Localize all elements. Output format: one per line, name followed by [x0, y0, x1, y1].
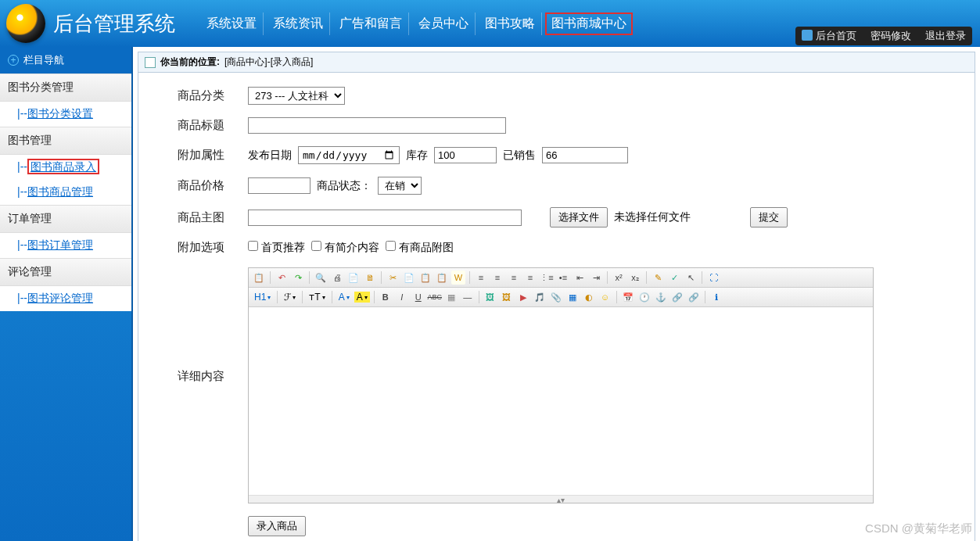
editor-body[interactable]	[249, 307, 873, 495]
heading-select[interactable]: H1 ▾	[252, 292, 273, 303]
strike-icon[interactable]: ABC	[428, 290, 442, 304]
font-size-select[interactable]: ᴛT ▾	[307, 292, 327, 303]
cursor-icon[interactable]: ↖	[684, 270, 698, 285]
checkbox-homepage[interactable]: 首页推荐	[248, 241, 305, 255]
sidebar-item[interactable]: |--图书商品录入	[0, 155, 131, 180]
undo-icon[interactable]: ↶	[275, 270, 289, 285]
label-sold: 已销售	[503, 149, 536, 163]
nav-2[interactable]: 广告和留言	[333, 13, 409, 35]
font-family-select[interactable]: ℱ ▾	[282, 292, 298, 303]
outdent-icon[interactable]: ⇤	[573, 270, 587, 285]
page-icon[interactable]: 🗎	[363, 270, 377, 285]
mainimg-input[interactable]	[248, 210, 522, 226]
bg-color-select[interactable]: A ▾	[354, 292, 370, 303]
clear-format-icon[interactable]: ✎	[651, 270, 665, 285]
link-icon[interactable]: 🔗	[670, 290, 684, 304]
about-icon[interactable]: ℹ	[709, 290, 723, 304]
table-icon[interactable]: ▦	[444, 290, 458, 304]
emoji-icon[interactable]: ☺	[598, 290, 612, 304]
font-color-select[interactable]: A ▾	[336, 292, 352, 303]
superscript-icon[interactable]: x²	[612, 270, 626, 285]
editor-toolbar-row1: 📋↶↷🔍🖨📄🗎✂📄📋📋W≡≡≡≡⋮≡•≡⇤⇥x²x₂✎✓↖⛶	[249, 268, 873, 288]
breadcrumb-prefix: 你当前的位置:	[160, 56, 220, 69]
image-icon[interactable]: 🖼	[483, 290, 497, 304]
paste-word-icon[interactable]: W	[451, 270, 465, 285]
nav-1[interactable]: 系统资讯	[267, 13, 330, 35]
flash-icon[interactable]: ▶	[516, 290, 530, 304]
sidebar-item[interactable]: |--图书订单管理	[0, 233, 131, 258]
paste-text-icon[interactable]: 📋	[435, 270, 449, 285]
subscript-icon[interactable]: x₂	[628, 270, 642, 285]
nav-4[interactable]: 图书攻略	[479, 13, 542, 35]
align-right-icon[interactable]: ≡	[507, 270, 521, 285]
breadcrumb: 你当前的位置: [商品中心]-[录入商品]	[138, 52, 975, 73]
align-center-icon[interactable]: ≡	[490, 270, 504, 285]
sidebar-category[interactable]: 图书分类管理	[0, 73, 131, 102]
align-left-icon[interactable]: ≡	[474, 270, 488, 285]
pubdate-input[interactable]	[298, 146, 400, 164]
label-stock: 库存	[406, 149, 428, 163]
nav-0[interactable]: 系统设置	[200, 13, 264, 35]
home-icon	[802, 30, 813, 41]
doc-icon	[145, 57, 156, 68]
app-title: 后台管理系统	[53, 10, 175, 38]
underline-icon[interactable]: U	[411, 290, 425, 304]
choose-file-button[interactable]: 选择文件	[550, 207, 608, 228]
select-all-icon[interactable]: ✓	[667, 270, 681, 285]
upload-button[interactable]: 提交	[750, 207, 788, 228]
sidebar-category[interactable]: 订单管理	[0, 205, 131, 233]
align-justify-icon[interactable]: ≡	[523, 270, 537, 285]
anchor-icon[interactable]: ⚓	[654, 290, 668, 304]
copy-icon[interactable]: 📄	[402, 270, 416, 285]
preview-icon[interactable]: 🔍	[314, 270, 328, 285]
media-icon[interactable]: 🎵	[533, 290, 547, 304]
sold-input[interactable]	[542, 147, 628, 163]
nav-5[interactable]: 图书商城中心	[545, 13, 633, 35]
editor-resize-handle[interactable]: ▴▾	[249, 495, 873, 503]
map-icon[interactable]: ◐	[582, 290, 596, 304]
breadcrumb-path: [商品中心]-[录入商品]	[224, 56, 313, 69]
indent-icon[interactable]: ⇥	[589, 270, 603, 285]
template-icon[interactable]: 📄	[346, 270, 361, 285]
sidebar-category[interactable]: 评论管理	[0, 258, 131, 286]
submit-product-button[interactable]: 录入商品	[248, 516, 306, 536]
redo-icon[interactable]: ↷	[291, 270, 305, 285]
header: 后台管理系统 系统设置系统资讯广告和留言会员中心图书攻略图书商城中心 后台首页 …	[0, 0, 980, 47]
attach-icon[interactable]: 📎	[549, 290, 563, 304]
sidebar-header: + 栏目导航	[0, 47, 131, 73]
label-pubdate: 发布日期	[248, 149, 292, 163]
italic-icon[interactable]: I	[395, 290, 409, 304]
hr-icon[interactable]: —	[461, 290, 475, 304]
price-input[interactable]	[248, 177, 311, 194]
sidebar-item[interactable]: |--图书商品管理	[0, 180, 131, 205]
source-icon[interactable]: 📋	[252, 270, 266, 285]
utility-bar: 后台首页 密码修改 退出登录	[795, 27, 972, 45]
logout-link[interactable]: 退出登录	[925, 29, 966, 43]
sidebar-item[interactable]: |--图书评论管理	[0, 286, 131, 311]
label-attrs: 附加属性	[154, 148, 248, 163]
plus-icon: +	[8, 55, 19, 66]
list-ol-icon[interactable]: ⋮≡	[540, 270, 554, 285]
stock-input[interactable]	[434, 147, 497, 163]
nav-3[interactable]: 会员中心	[412, 13, 476, 35]
title-input[interactable]	[248, 117, 506, 134]
multi-image-icon[interactable]: 🖼	[500, 290, 514, 304]
cut-icon[interactable]: ✂	[386, 270, 400, 285]
category-select[interactable]: 273 --- 人文社科	[248, 87, 345, 105]
password-link[interactable]: 密码修改	[871, 29, 911, 43]
bold-icon[interactable]: B	[379, 290, 393, 304]
time-icon[interactable]: 🕐	[637, 290, 652, 304]
checkbox-images[interactable]: 有商品附图	[386, 241, 454, 255]
status-select[interactable]: 在销	[378, 177, 422, 195]
unlink-icon[interactable]: 🔗	[687, 290, 701, 304]
list-ul-icon[interactable]: •≡	[556, 270, 570, 285]
date-icon[interactable]: 📅	[621, 290, 635, 304]
sidebar-item[interactable]: |--图书分类设置	[0, 102, 131, 127]
paste-icon[interactable]: 📋	[418, 270, 433, 285]
print-icon[interactable]: 🖨	[330, 270, 344, 285]
checkbox-intro[interactable]: 有简介内容	[311, 241, 379, 255]
home-link[interactable]: 后台首页	[802, 29, 856, 43]
sidebar-category[interactable]: 图书管理	[0, 127, 131, 155]
fullscreen-icon[interactable]: ⛶	[706, 270, 720, 285]
table2-icon[interactable]: ▦	[565, 290, 580, 304]
